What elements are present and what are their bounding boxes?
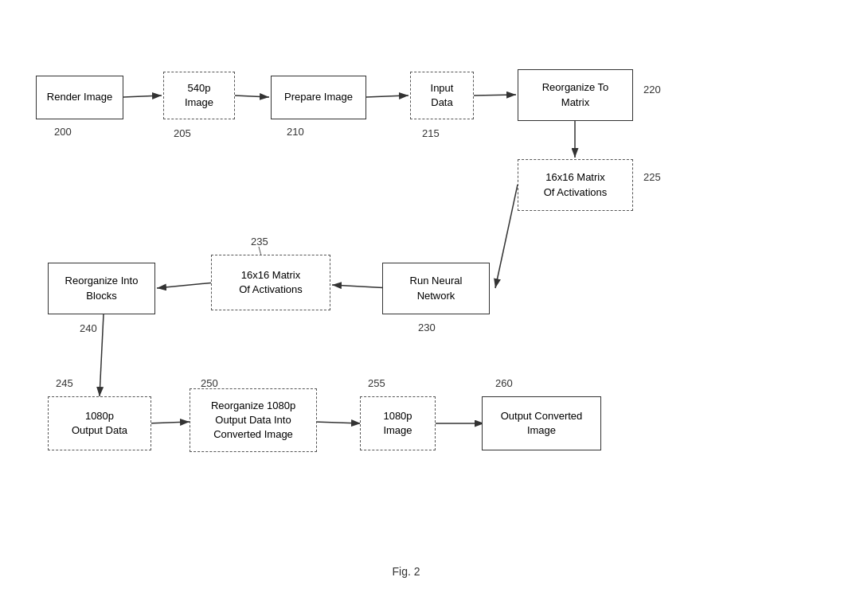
svg-line-10	[147, 422, 190, 423]
label-220: 220	[643, 84, 661, 96]
label-200: 200	[54, 126, 72, 138]
output-converted-image-box: Output ConvertedImage	[482, 396, 601, 450]
1080p-output-data-box: 1080pOutput Data	[48, 396, 151, 450]
reorganize-1080p-box: Reorganize 1080pOutput Data IntoConverte…	[190, 388, 317, 452]
label-225: 225	[643, 171, 661, 183]
svg-line-3	[366, 96, 408, 97]
1080p-image-box: 1080pImage	[360, 396, 436, 450]
label-215: 215	[422, 127, 440, 139]
16x16-matrix-activations-2-box: 16x16 MatrixOf Activations	[211, 255, 330, 310]
svg-line-11	[315, 422, 361, 423]
figure-label: Fig. 2	[358, 565, 454, 578]
svg-line-6	[495, 185, 518, 288]
label-240: 240	[80, 322, 97, 334]
16x16-matrix-activations-1-box: 16x16 MatrixOf Activations	[518, 159, 633, 211]
svg-line-4	[474, 95, 516, 96]
540p-image-box: 540pImage	[163, 72, 235, 119]
label-245: 245	[56, 377, 73, 389]
label-235: 235	[251, 236, 268, 248]
diagram-container: Render Image 540pImage Prepare Image Inp…	[0, 0, 860, 616]
run-neural-network-box: Run NeuralNetwork	[382, 263, 490, 314]
reorganize-into-blocks-box: Reorganize IntoBlocks	[48, 263, 155, 314]
svg-line-9	[100, 314, 104, 396]
svg-line-8	[157, 283, 215, 288]
label-205: 205	[174, 127, 191, 139]
label-230: 230	[418, 322, 436, 333]
svg-line-1	[123, 96, 162, 97]
reorganize-to-matrix-box: Reorganize ToMatrix	[518, 69, 633, 121]
label-250: 250	[201, 377, 218, 389]
input-data-box: InputData	[410, 72, 474, 119]
prepare-image-box: Prepare Image	[271, 76, 366, 119]
label-210: 210	[287, 126, 304, 138]
label-255: 255	[368, 377, 385, 389]
label-260: 260	[495, 377, 513, 389]
svg-line-2	[235, 96, 269, 97]
render-image-box: Render Image	[36, 76, 123, 119]
